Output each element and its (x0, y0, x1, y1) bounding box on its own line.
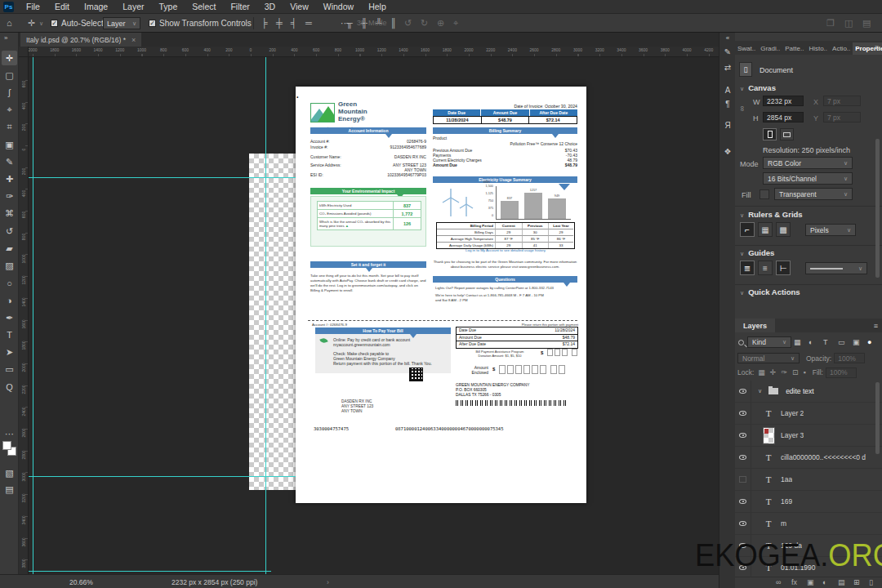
lock-all-icon[interactable]: ▪ (803, 368, 805, 376)
blur-tool[interactable]: ○ (2, 276, 17, 291)
layer-group-icon[interactable]: ▤ (838, 578, 845, 586)
layer-row[interactable]: Layer 3 (735, 425, 882, 447)
expand-panels-icon[interactable]: « (719, 34, 736, 42)
menu-3d[interactable]: 3D (257, 0, 283, 14)
vertical-guide[interactable] (33, 57, 33, 574)
toggle-rulers-icon[interactable]: ⌐ (740, 222, 755, 237)
layer-row[interactable]: Tcilla0000000..<<<<<<<<0 d (735, 447, 882, 469)
filter-pin-icon[interactable]: ● (867, 338, 871, 346)
menu-help[interactable]: Help (361, 0, 394, 14)
menu-window[interactable]: Window (316, 0, 361, 14)
marquee-tool[interactable]: ▢ (2, 68, 17, 82)
threed-panel-icon[interactable]: ❖ (719, 147, 736, 156)
history-brush-tool[interactable]: ↺ (2, 224, 17, 238)
ruler-origin-corner[interactable] (19, 47, 29, 57)
lock-position-icon[interactable]: ⊡ (792, 368, 799, 376)
layer-row[interactable]: T1aa (735, 469, 882, 491)
clear-guides-icon[interactable]: ⊢ (776, 261, 791, 275)
menu-filter[interactable]: Filter (223, 0, 256, 14)
status-chevron-icon[interactable]: › (327, 578, 329, 586)
gradient-tool[interactable]: ▨ (2, 258, 17, 273)
horizontal-guide[interactable] (29, 476, 296, 477)
lock-move-icon[interactable]: ✛ (770, 368, 777, 376)
layers-menu-icon[interactable]: ≡ (874, 322, 878, 330)
layer-row[interactable]: TLayer 2 (735, 403, 882, 425)
close-tab-icon[interactable]: × (131, 36, 136, 44)
height-field[interactable]: 2854 px (763, 112, 804, 122)
menu-layer[interactable]: Layer (115, 0, 151, 14)
dodge-tool[interactable]: ◑ (2, 293, 17, 308)
clone-stamp-tool[interactable]: ⌘ (2, 207, 17, 221)
collapse-tools-icon[interactable]: » (4, 34, 7, 42)
frame-tool[interactable]: ▣ (2, 137, 17, 152)
menu-file[interactable]: File (19, 0, 47, 14)
landscape-orientation-button[interactable] (780, 128, 794, 140)
visibility-toggle[interactable] (735, 381, 751, 403)
menu-edit[interactable]: Edit (47, 0, 77, 14)
object-selection-tool[interactable]: ⌖ (2, 103, 17, 118)
horizontal-ruler[interactable]: 2000180016001400120010008006004002000200… (29, 47, 719, 57)
canvas-area[interactable]: GreenMountainEnergy® myaccount.greenmoun… (29, 57, 719, 574)
layer-row[interactable]: Tm (735, 513, 882, 535)
move-tool-option-icon[interactable]: ✛ (28, 14, 35, 33)
lock-paint-icon[interactable]: ✑ (781, 368, 787, 376)
layer-mask-icon[interactable]: ▣ (807, 578, 814, 586)
delete-layer-icon[interactable]: ▯ (869, 578, 873, 586)
horizontal-guide[interactable] (29, 177, 296, 178)
filter-shape-icon[interactable]: ▭ (838, 338, 845, 346)
eyedropper-tool[interactable]: ✎ (2, 154, 17, 169)
align-top-icon[interactable]: ═ (305, 14, 312, 33)
healing-brush-tool[interactable]: ✚ (2, 172, 17, 186)
toggle-grid-icon[interactable]: ▦ (758, 222, 773, 237)
document-canvas[interactable]: GreenMountainEnergy® myaccount.greenmoun… (296, 87, 586, 503)
menu-image[interactable]: Image (77, 0, 115, 14)
shape-tool[interactable]: ▭ (2, 363, 17, 377)
chevron-down-icon[interactable]: ∨ (39, 14, 43, 33)
align-center-h-icon[interactable]: ╪ (276, 14, 283, 33)
rulers-grids-section-header[interactable]: Rulers & Grids (740, 210, 803, 219)
properties-scrollbar[interactable] (875, 139, 880, 278)
visibility-toggle[interactable] (735, 403, 751, 425)
zoom-level[interactable]: 20.66% (69, 578, 93, 586)
glyphs-panel-icon[interactable]: Я (719, 121, 736, 130)
layers-tab[interactable]: Layers (735, 318, 775, 332)
visibility-toggle[interactable] (735, 425, 751, 447)
tab-gradi[interactable]: Gradi.. (758, 42, 782, 55)
crop-tool[interactable]: ⌗ (2, 120, 17, 135)
arrange-icon[interactable]: ❐ (826, 14, 835, 33)
units-dropdown[interactable]: Pixels∨ (805, 224, 856, 236)
layer-row[interactable]: ∨edite text (735, 381, 882, 403)
fill-field[interactable]: 100% (826, 368, 857, 378)
filter-pixel-icon[interactable]: ▦ (794, 338, 801, 346)
layers-scrollbar[interactable] (875, 382, 880, 454)
quick-mask-icon[interactable]: ▧ (2, 466, 17, 480)
screen-mode-icon[interactable]: ▤ (2, 482, 17, 497)
fill-swatch[interactable] (760, 189, 769, 199)
blend-mode-dropdown[interactable]: Normal∨ (737, 353, 800, 363)
quick-actions-section-header[interactable]: Quick Actions (740, 287, 800, 296)
menu-select[interactable]: Select (185, 0, 223, 14)
menu-type[interactable]: Type (151, 0, 185, 14)
exchange-panel-icon[interactable]: ⇄ (719, 63, 736, 72)
layer-row[interactable]: T169 (735, 491, 882, 513)
distribute-v-icon[interactable]: ║ (390, 14, 397, 33)
show-transform-checkbox[interactable]: ✓ Show Transform Controls (149, 14, 252, 33)
workspace-icon[interactable]: ◫ (844, 14, 853, 33)
type-tool[interactable]: T (2, 327, 17, 342)
brush-tool[interactable]: ✑ (2, 189, 17, 204)
visibility-toggle[interactable] (735, 513, 751, 535)
eraser-tool[interactable]: ▰ (2, 241, 17, 256)
tab-histo[interactable]: Histo.. (806, 42, 830, 55)
width-field[interactable]: 2232 px (763, 96, 804, 106)
bit-depth-dropdown[interactable]: 16 Bits/Channel∨ (763, 172, 853, 185)
portrait-orientation-button[interactable] (763, 128, 777, 140)
lock-guides-icon[interactable]: ≡ (758, 261, 773, 275)
visibility-toggle[interactable] (735, 491, 751, 513)
layer-effects-icon[interactable]: fx (791, 578, 797, 586)
filter-kind-dropdown[interactable]: Kind∨ (747, 336, 791, 348)
vertical-ruler[interactable]: 6004002000200400600800100012001400160018… (19, 57, 29, 574)
chevron-down-icon[interactable]: ∨ (758, 388, 762, 394)
color-mode-dropdown[interactable]: RGB Color∨ (763, 157, 853, 169)
auto-select-target-dropdown[interactable]: Layer∨ (103, 14, 140, 33)
filter-adjustment-icon[interactable]: ◐ (808, 338, 813, 346)
